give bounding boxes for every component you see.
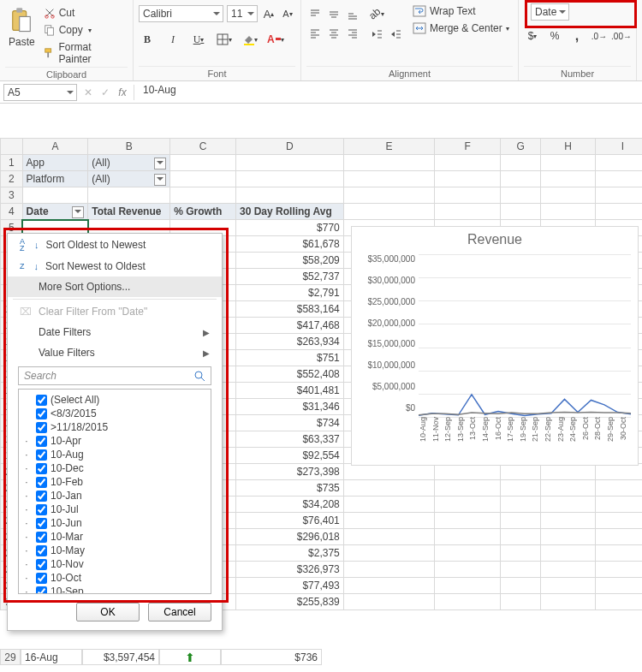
filter-item[interactable]: · 10-Jul <box>21 503 209 516</box>
pivot-filter-platform-label[interactable]: Platform <box>22 171 88 187</box>
borders-button[interactable]: ▾ <box>216 31 233 48</box>
col-header-G[interactable]: G <box>501 139 541 155</box>
align-center-button[interactable] <box>325 24 342 41</box>
increase-font-button[interactable]: A▴ <box>261 5 276 22</box>
pivot-header-date[interactable]: Date <box>22 204 88 220</box>
sort-ascending-item[interactable]: ↓ Sort Oldest to Newest <box>8 234 222 256</box>
cell-D14[interactable]: $552,408 <box>236 366 344 383</box>
col-header-B[interactable]: B <box>88 139 170 155</box>
underline-button[interactable]: U ▾ <box>190 31 207 48</box>
align-bottom-button[interactable] <box>344 5 361 22</box>
decrease-decimal-button[interactable]: .00→ <box>613 27 630 45</box>
pivot-header-rolling[interactable]: 30 Day Rolling Avg <box>236 204 344 220</box>
cell-D10[interactable]: $583,164 <box>236 301 344 318</box>
cell-D19[interactable]: $92,554 <box>236 448 344 464</box>
cell-D25[interactable]: $2,375 <box>236 545 344 562</box>
filter-item[interactable]: · 10-Feb <box>21 475 209 489</box>
cell-D17[interactable]: $734 <box>236 415 344 431</box>
cell-D28[interactable]: $255,839 <box>236 594 344 610</box>
cancel-formula-button[interactable]: ✕ <box>80 86 96 98</box>
cell-D8[interactable]: $52,737 <box>236 269 344 285</box>
cut-button[interactable]: Cut <box>42 5 128 21</box>
cell-D11[interactable]: $417,468 <box>236 318 344 334</box>
paste-button[interactable]: Paste <box>5 5 39 50</box>
align-left-button[interactable] <box>306 24 324 41</box>
select-all-corner[interactable] <box>1 139 23 155</box>
orientation-button[interactable]: ab▾ <box>368 5 385 22</box>
decrease-indent-button[interactable] <box>368 26 385 43</box>
cell-D24[interactable]: $296,018 <box>236 529 344 545</box>
cell-D23[interactable]: $76,401 <box>236 513 344 529</box>
fill-color-button[interactable]: ▾ <box>241 31 259 48</box>
filter-cancel-button[interactable]: Cancel <box>148 603 211 621</box>
cell-D9[interactable]: $2,791 <box>236 285 344 301</box>
font-size-combo[interactable]: 11 <box>227 5 258 22</box>
percent-button[interactable]: % <box>546 27 563 45</box>
name-box[interactable]: A5 <box>3 84 77 101</box>
cell-C29[interactable]: ⬆ <box>159 649 221 665</box>
cell-D26[interactable]: $326,973 <box>236 562 344 578</box>
pivot-filter-platform-value[interactable]: (All) <box>88 171 170 187</box>
col-header-I[interactable]: I <box>595 139 642 155</box>
font-family-combo[interactable]: Calibri <box>139 5 223 22</box>
col-header-D[interactable]: D <box>236 139 344 155</box>
filter-item[interactable]: · 10-May <box>21 544 209 557</box>
dropdown-icon[interactable] <box>154 174 166 186</box>
increase-decimal-button[interactable]: .0→ <box>591 27 608 45</box>
column-headers[interactable]: A B C D E F G H I <box>1 139 643 155</box>
decrease-font-button[interactable]: A▾ <box>280 5 295 22</box>
row-header-2[interactable]: 2 <box>1 171 23 187</box>
bold-button[interactable]: B <box>139 31 156 48</box>
pivot-header-growth[interactable]: % Growth <box>170 204 236 220</box>
dropdown-icon[interactable] <box>154 158 166 169</box>
accounting-format-button[interactable]: $ ▾ <box>524 27 541 45</box>
cell-D5[interactable]: $770 <box>236 220 344 236</box>
comma-button[interactable]: , <box>568 27 586 45</box>
wrap-text-button[interactable]: Wrap Text <box>413 5 509 17</box>
filter-item[interactable]: · 10-Nov <box>21 557 209 571</box>
filter-item[interactable]: · 10-Dec <box>21 461 209 475</box>
filter-item[interactable]: · 10-Jun <box>21 516 209 530</box>
filter-item[interactable]: · 10-Sep <box>21 585 209 594</box>
filter-item[interactable]: · 10-Mar <box>21 530 209 544</box>
align-middle-button[interactable] <box>325 5 342 22</box>
format-painter-button[interactable]: Format Painter <box>42 39 128 67</box>
formula-input[interactable]: 10-Aug <box>138 84 639 101</box>
filter-search-input[interactable]: Search <box>18 366 211 385</box>
col-header-C[interactable]: C <box>170 139 236 155</box>
row-header-3[interactable]: 3 <box>1 187 23 204</box>
row-header-4[interactable]: 4 <box>1 204 23 220</box>
cell-B29[interactable]: $3,597,454 <box>82 649 159 665</box>
date-filters-item[interactable]: Date Filters▶ <box>8 322 222 342</box>
cell-D16[interactable]: $31,346 <box>236 399 344 415</box>
merge-center-button[interactable]: Merge & Center ▾ <box>413 22 509 34</box>
cell-D12[interactable]: $263,934 <box>236 334 344 350</box>
align-top-button[interactable] <box>306 5 324 22</box>
cell-D20[interactable]: $273,398 <box>236 464 344 480</box>
filter-item[interactable]: · 10-Oct <box>21 571 209 585</box>
cell-D29[interactable]: $736 <box>221 649 322 665</box>
copy-button[interactable]: Copy ▾ <box>42 22 128 38</box>
more-sort-options-item[interactable]: More Sort Options... <box>8 277 222 297</box>
cell-D6[interactable]: $61,678 <box>236 236 344 253</box>
pivot-filter-app-value[interactable]: (All) <box>88 155 170 171</box>
col-header-H[interactable]: H <box>541 139 596 155</box>
font-color-button[interactable]: A▾ <box>267 31 284 48</box>
filter-item[interactable]: >11/18/2015 <box>21 420 209 434</box>
cell-D18[interactable]: $63,337 <box>236 431 344 448</box>
col-header-F[interactable]: F <box>435 139 501 155</box>
fx-button[interactable]: fx <box>115 86 130 98</box>
align-right-button[interactable] <box>344 24 361 41</box>
filter-item[interactable]: (Select All) <box>21 393 209 407</box>
cell-D22[interactable]: $34,208 <box>236 497 344 513</box>
pivot-header-revenue[interactable]: Total Revenue <box>88 204 170 220</box>
col-header-A[interactable]: A <box>22 139 88 155</box>
filter-values-list[interactable]: (Select All) <8/3/2015 >11/18/2015· 10-A… <box>18 389 211 594</box>
row-header-29[interactable]: 29 <box>0 649 21 665</box>
filter-item[interactable]: · 10-Aug <box>21 448 209 461</box>
value-filters-item[interactable]: Value Filters▶ <box>8 342 222 363</box>
italic-button[interactable]: I <box>164 31 181 48</box>
revenue-chart[interactable]: Revenue $35,000,000$30,000,000$25,000,00… <box>351 226 639 466</box>
col-header-E[interactable]: E <box>343 139 435 155</box>
sort-descending-item[interactable]: ↓ Sort Newest to Oldest <box>8 256 222 277</box>
